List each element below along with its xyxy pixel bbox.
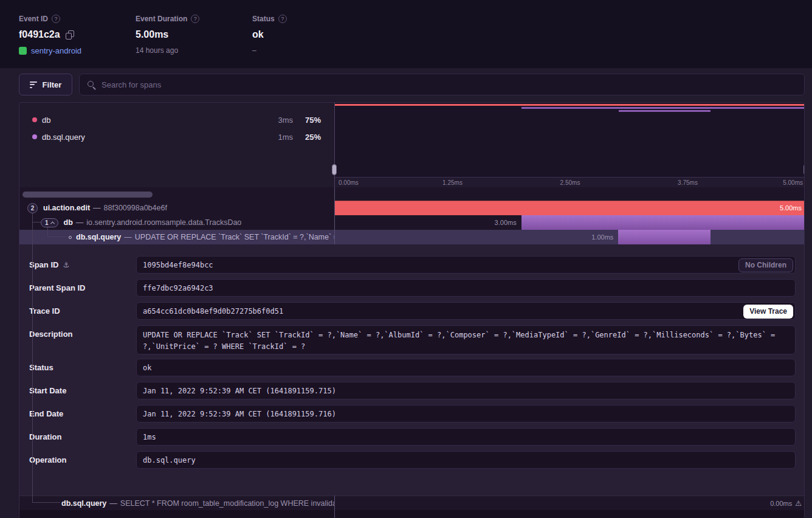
status-subtext: –	[252, 46, 256, 55]
legend-duration: 3ms	[278, 116, 293, 125]
span-tree: 2 ui.action.edit — 88f300998a0b4e6f 5.00…	[19, 187, 805, 244]
detail-value-field: 1095bd4ef8e94bcc No Children	[136, 256, 796, 274]
minimap-span-ui-action-edit	[335, 104, 805, 106]
span-search-input[interactable]	[102, 80, 797, 89]
span-desc: SELECT * FROM room_table_modification_lo…	[120, 499, 334, 508]
span-bar-db[interactable]	[521, 215, 805, 230]
detail-label: Description	[29, 330, 73, 339]
status-label: Status	[252, 15, 275, 23]
detail-label: Span ID	[29, 260, 58, 269]
pane-divider	[334, 187, 335, 244]
detail-label: End Date	[29, 409, 63, 418]
detail-row-span-id: Span ID ⚓ 1095bd4ef8e94bcc No Children	[19, 256, 805, 274]
span-row-db[interactable]: 1 db — io.sentry.android.roomsample.data…	[19, 215, 805, 230]
detail-row-end-date: End Date Jan 11, 2022 9:52:39 AM CET (16…	[19, 405, 805, 423]
status-stat: Status ? ok –	[252, 15, 287, 55]
detail-value-field: Jan 11, 2022 9:52:39 AM CET (1641891159.…	[136, 405, 796, 423]
pane-divider	[334, 496, 335, 518]
status-value: ok	[252, 29, 264, 40]
span-desc: UPDATE OR REPLACE `Track` SET `TrackId` …	[135, 233, 334, 241]
axis-tick: 2.50ms	[560, 179, 580, 186]
span-row-db-sql-query-select[interactable]: db.sql.query — SELECT * FROM room_table_…	[19, 496, 805, 510]
detail-label: Start Date	[29, 386, 66, 395]
detail-value: 1095bd4ef8e94bcc	[143, 261, 213, 269]
span-collapse-badge[interactable]: 1	[41, 218, 58, 227]
detail-value-field: a654cc61dc0b48ef9d0b27275b6f0d51 View Tr…	[136, 302, 796, 320]
span-op: ui.action.edit	[43, 204, 90, 212]
event-id-stat: Event ID ? f0491c2a sentry-android	[19, 15, 81, 55]
filter-button[interactable]: Filter	[19, 74, 72, 95]
detail-row-start-date: Start Date Jan 11, 2022 9:52:39 AM CET (…	[19, 382, 805, 399]
event-duration-stat: Event Duration ? 5.00ms 14 hours ago	[136, 15, 199, 55]
legend-name: db	[42, 116, 50, 125]
tree-guide-connector	[32, 502, 60, 503]
span-bar-duration: 5.00ms	[780, 204, 802, 212]
span-detail-panel: Span ID ⚓ 1095bd4ef8e94bcc No Children P…	[19, 244, 805, 496]
filter-button-label: Filter	[43, 80, 62, 89]
span-desc: io.sentry.android.roomsample.data.Tracks…	[86, 218, 241, 227]
span-separator: —	[109, 499, 117, 508]
span-row-db-sql-query-selected[interactable]: db.sql.query — UPDATE OR REPLACE `Track`…	[19, 230, 805, 244]
axis-tick: 3.75ms	[678, 179, 698, 186]
event-duration-value: 5.00ms	[136, 29, 168, 40]
anchor-icon[interactable]: ⚓	[63, 261, 69, 269]
trace-minimap[interactable]: 0.00ms 1.25ms 2.50ms 3.75ms 5.00ms	[334, 103, 805, 187]
panel-bottom-strip	[19, 510, 805, 518]
legend-item-db: db 3ms 75%	[19, 112, 334, 127]
span-desc: 88f300998a0b4e6f	[104, 204, 167, 212]
span-search-bar[interactable]	[79, 74, 805, 95]
project-link[interactable]: sentry-android	[31, 46, 81, 55]
copy-icon[interactable]	[66, 30, 74, 39]
minimap-right-drag-handle[interactable]	[803, 164, 805, 175]
detail-label: Trace ID	[29, 306, 60, 316]
search-icon	[87, 80, 96, 89]
filter-icon	[30, 81, 37, 88]
legend-dot-db-sql-query	[32, 134, 37, 139]
tree-guide-line	[47, 227, 48, 237]
detail-label: Parent Span ID	[29, 283, 85, 292]
span-bar-db-sql-query[interactable]	[618, 230, 710, 244]
detail-value: ffe7dbc92a6942c3	[143, 284, 213, 292]
detail-value: 1ms	[143, 433, 156, 441]
legend-dot-db	[32, 117, 37, 122]
span-bar-duration: 0.00ms	[770, 500, 792, 507]
legend-duration: 1ms	[278, 133, 293, 142]
span-separator: —	[93, 204, 101, 212]
spans-panel: db 3ms 75% db.sql.query 1ms 25% 0.00ms 1…	[19, 102, 805, 518]
detail-value: Jan 11, 2022 9:52:39 AM CET (1641891159.…	[143, 387, 336, 395]
legend-percent: 25%	[305, 133, 321, 142]
warning-icon: ⚠	[795, 499, 802, 508]
detail-row-trace-id: Trace ID a654cc61dc0b48ef9d0b27275b6f0d5…	[19, 302, 805, 320]
detail-value: ok	[143, 364, 151, 372]
minimap-span-db-sql-query	[619, 110, 711, 112]
detail-value: db.sql.query	[143, 456, 196, 464]
detail-value: Jan 11, 2022 9:52:39 AM CET (1641891159.…	[143, 410, 336, 418]
help-icon[interactable]: ?	[278, 15, 287, 23]
view-trace-button[interactable]: View Trace	[743, 305, 793, 319]
help-icon[interactable]: ?	[191, 15, 199, 23]
axis-tick: 1.25ms	[442, 179, 463, 186]
detail-value-field: ffe7dbc92a6942c3	[136, 279, 796, 297]
event-duration-label: Event Duration	[136, 15, 187, 23]
help-icon[interactable]: ?	[52, 15, 60, 23]
detail-label: Duration	[29, 432, 61, 441]
horizontal-scrollbar[interactable]	[22, 192, 153, 198]
detail-value-field: db.sql.query	[136, 451, 796, 469]
legend-item-db-sql-query: db.sql.query 1ms 25%	[19, 130, 334, 144]
help-glyph: ?	[55, 16, 58, 22]
span-row-ui-action-edit[interactable]: 2 ui.action.edit — 88f300998a0b4e6f 5.00…	[19, 201, 805, 215]
detail-value: a654cc61dc0b48ef9d0b27275b6f0d51	[143, 307, 283, 316]
detail-value-field: UPDATE OR REPLACE `Track` SET `TrackId` …	[136, 325, 796, 354]
span-bar-duration: 3.00ms	[495, 215, 517, 230]
event-header: Event ID ? f0491c2a sentry-android Event…	[0, 0, 812, 68]
detail-label: Operation	[29, 455, 66, 464]
detail-row-operation: Operation db.sql.query	[19, 451, 805, 469]
span-op: db.sql.query	[76, 233, 121, 241]
span-bar-ui-action-edit[interactable]: 5.00ms	[334, 201, 805, 215]
no-children-button[interactable]: No Children	[738, 258, 793, 272]
span-op: db.sql.query	[61, 499, 106, 508]
tree-guide-connector	[47, 237, 67, 237]
minimap-left-drag-handle[interactable]	[332, 164, 337, 175]
span-trace-view: Event ID ? f0491c2a sentry-android Event…	[0, 0, 812, 518]
span-children-badge[interactable]: 2	[27, 203, 38, 213]
